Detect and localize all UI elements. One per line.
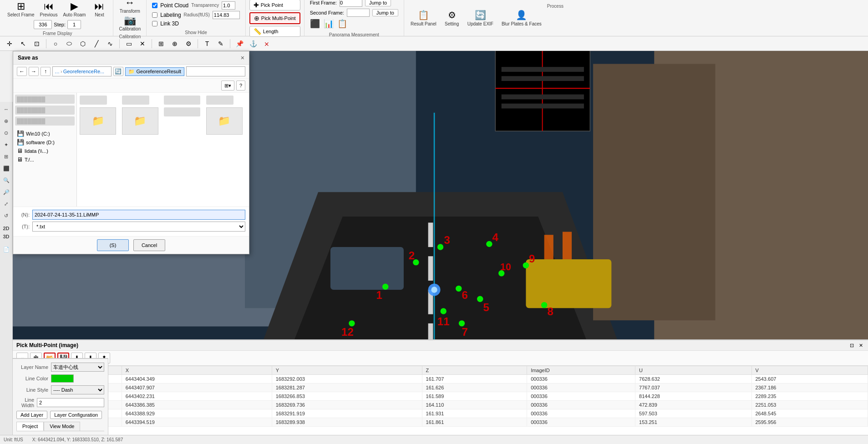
- nav-back-button[interactable]: ←: [17, 67, 27, 76]
- view-mode-tab[interactable]: View Mode: [44, 422, 80, 431]
- rotate-tool[interactable]: ⊕: [169, 38, 181, 49]
- 3d-mode-button[interactable]: 3D: [1, 233, 11, 240]
- radius-input[interactable]: [213, 11, 240, 19]
- calibration-button[interactable]: 📷 Calibration: [117, 15, 142, 32]
- panel-float-button[interactable]: ⊡: [848, 342, 855, 348]
- edge-tool-5[interactable]: ⊞: [1, 151, 12, 162]
- anchor-tool[interactable]: ⚓: [247, 38, 259, 49]
- tree-item-lidata[interactable]: 🖥 lidata (\\...): [15, 146, 75, 155]
- link-3d-checkbox[interactable]: [152, 21, 157, 26]
- first-frame-jump-button[interactable]: Jump to: [365, 0, 391, 6]
- edge-tool-7[interactable]: 🔍: [1, 175, 12, 186]
- filetype-select[interactable]: *.txt: [32, 222, 245, 232]
- edge-tool-2[interactable]: ⊕: [1, 116, 12, 126]
- edge-tool-6[interactable]: ⬛: [1, 163, 12, 174]
- file-blurred-3[interactable]: [164, 96, 200, 105]
- panel-close-button[interactable]: ✕: [857, 342, 864, 348]
- edge-tool-8[interactable]: 🔎: [1, 187, 12, 197]
- length-button[interactable]: 📏 Length: [249, 26, 300, 37]
- edit-tool[interactable]: ✎: [215, 38, 227, 49]
- file-blurred-1[interactable]: [80, 96, 107, 105]
- ellipse-tool[interactable]: ⬭: [63, 38, 75, 49]
- filename-input[interactable]: [32, 210, 245, 220]
- edge-tool-3[interactable]: ⊙: [1, 127, 12, 138]
- col-imageid[interactable]: ImageID: [527, 366, 635, 375]
- select-frame-button[interactable]: ⊞ Select Frame: [5, 0, 36, 18]
- col-z[interactable]: Z: [422, 366, 527, 375]
- next-button[interactable]: ⏭ Next: [89, 0, 109, 18]
- update-exif-button[interactable]: 🔄 Update EXIF: [465, 2, 496, 34]
- labeling-checkbox[interactable]: [152, 12, 157, 18]
- rectangle-tool[interactable]: ▭: [123, 38, 135, 49]
- bezier-tool[interactable]: ∿: [104, 38, 116, 49]
- file-item-4[interactable]: 📁: [206, 107, 243, 135]
- auto-roam-button[interactable]: ▶ Auto Roam: [61, 0, 87, 18]
- table-row[interactable]: 4 4 6443386.385 1683269.736 164.110 0003…: [13, 401, 868, 409]
- col-y[interactable]: Y: [272, 366, 422, 375]
- project-tab[interactable]: Project: [16, 422, 44, 431]
- edge-tool-layer[interactable]: 📄: [1, 244, 12, 255]
- blur-plates-faces-button[interactable]: 👤 Blur Plates & Faces: [499, 2, 544, 34]
- address-path[interactable]: … › GeoreferenceRe...: [52, 66, 112, 76]
- line-style-select[interactable]: ---- Dash: [51, 385, 104, 394]
- transparency-input[interactable]: [222, 1, 235, 10]
- second-frame-jump-button[interactable]: Jump to: [372, 9, 398, 16]
- step-input[interactable]: [67, 20, 81, 29]
- edge-tool-10[interactable]: ↺: [1, 210, 12, 221]
- pin-tool[interactable]: 📌: [233, 38, 245, 49]
- second-frame-input[interactable]: [347, 9, 370, 17]
- frame-number-input[interactable]: [34, 20, 52, 29]
- refresh-button[interactable]: 🔄: [113, 67, 123, 76]
- file-item-2[interactable]: 📁: [122, 107, 158, 135]
- setting-button[interactable]: ⚙ Setting: [442, 2, 462, 34]
- file-blurred-4[interactable]: [206, 96, 233, 105]
- 2d-mode-button[interactable]: 2D: [1, 225, 11, 232]
- polygon-tool[interactable]: ⬡: [77, 38, 89, 49]
- point-cloud-checkbox[interactable]: [152, 3, 157, 8]
- search-input[interactable]: [186, 66, 245, 76]
- edge-tool-9[interactable]: ⤢: [1, 198, 12, 209]
- table-row[interactable]: 5 5 6443388.929 1683291.919 161.931 0003…: [13, 409, 868, 418]
- text-tool[interactable]: T: [201, 38, 213, 49]
- node-tool[interactable]: ⊡: [31, 38, 43, 49]
- line-color-swatch[interactable]: [51, 374, 74, 383]
- address-crumb-1[interactable]: …: [55, 69, 60, 74]
- table-row[interactable]: 1 1 6443404.349 1683292.003 161.707 0003…: [13, 375, 868, 383]
- result-panel-button[interactable]: 📋 Result Panel: [408, 2, 439, 34]
- measure-tool[interactable]: ⨯: [261, 38, 273, 49]
- edge-tool-4[interactable]: ✦: [1, 139, 12, 150]
- add-layer-button[interactable]: Add Layer: [16, 411, 47, 419]
- tree-item-software[interactable]: 💾 software (D:): [15, 138, 75, 146]
- file-blurred-2[interactable]: [122, 96, 149, 105]
- help-button[interactable]: ?: [236, 81, 245, 91]
- dialog-close-button[interactable]: ×: [241, 54, 244, 61]
- table-row[interactable]: 2 2 6443407.907 1683281.287 161.626 0003…: [13, 383, 868, 392]
- col-u[interactable]: U: [635, 366, 751, 375]
- previous-button[interactable]: ⏮ Previous: [38, 0, 59, 18]
- table-row[interactable]: 3 3 6443402.231 1683266.853 161.589 0003…: [13, 392, 868, 401]
- col-v[interactable]: V: [751, 366, 868, 375]
- nav-up-button[interactable]: ↑: [41, 67, 51, 76]
- select-tool[interactable]: ↖: [17, 38, 29, 49]
- file-item-1[interactable]: 📁: [80, 107, 116, 135]
- layer-config-button[interactable]: Layer Configuration: [50, 411, 102, 419]
- pick-point-button[interactable]: ✚ Pick Point: [249, 0, 300, 10]
- views-button[interactable]: ⊞▾: [221, 81, 234, 91]
- tree-item-blurred-2[interactable]: ████████: [15, 106, 75, 115]
- edge-tool-1[interactable]: ↔: [1, 104, 12, 115]
- nav-forward-button[interactable]: →: [29, 67, 39, 76]
- tree-item-blurred-1[interactable]: ████████: [15, 95, 75, 104]
- address-crumb-2[interactable]: GeoreferenceRe...: [63, 69, 105, 74]
- table-row[interactable]: 6 6 6443394.519 1683289.938 161.861 0003…: [13, 418, 868, 427]
- cross-tool[interactable]: ✕: [137, 38, 148, 49]
- layer-name-select[interactable]: 车道中心线: [51, 363, 104, 372]
- line-width-input[interactable]: [37, 398, 104, 407]
- pick-multi-point-button[interactable]: ⊕ Pick Multi-Point: [249, 12, 300, 24]
- tree-item-blurred-3[interactable]: ████████: [15, 116, 75, 126]
- tree-item-win10[interactable]: 💾 Win10 (C:): [15, 129, 75, 138]
- transform-button[interactable]: ↔ Transform: [118, 0, 142, 15]
- dialog-cancel-button[interactable]: Cancel: [133, 239, 165, 251]
- col-x[interactable]: X: [122, 366, 272, 375]
- cursor-tool[interactable]: ✛: [4, 38, 15, 49]
- tree-item-t-drive[interactable]: 🖥 T:/...: [15, 155, 75, 164]
